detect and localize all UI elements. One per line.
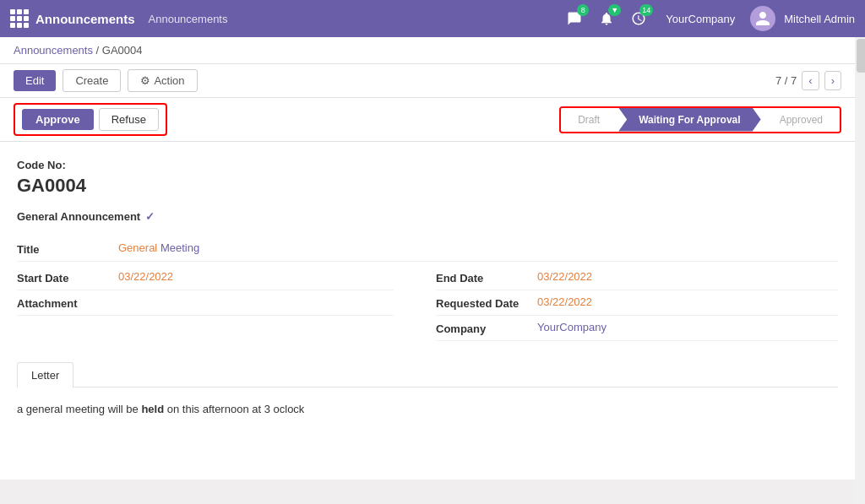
pagination-count: 7 / 7 — [775, 74, 797, 87]
form-left: Start Date 03/22/2022 Attachment — [17, 265, 427, 341]
announcement-type: General Announcement ✓ — [17, 210, 838, 223]
company-name: YourCompany — [666, 13, 735, 25]
create-button[interactable]: Create — [63, 69, 121, 92]
workflow-step-waiting[interactable]: Waiting For Approval — [618, 108, 760, 132]
requested-date-row: Requested Date 03/22/2022 — [436, 290, 838, 316]
type-label: General Announcement — [17, 210, 140, 223]
letter-content: a general meeting will be held on this a… — [17, 387, 838, 432]
breadcrumb: Announcements / GA0004 — [0, 37, 855, 64]
next-page-button[interactable]: › — [824, 71, 841, 90]
check-icon: ✓ — [145, 210, 155, 223]
code-value: GA0004 — [17, 175, 838, 197]
breadcrumb-parent[interactable]: Announcements — [14, 44, 93, 57]
attachment-label: Attachment — [17, 295, 118, 310]
start-date-row: Start Date 03/22/2022 — [17, 265, 394, 290]
workflow-approved-label: Approved — [780, 114, 823, 126]
letter-text-after: on this afternoon at 3 oclock — [164, 403, 304, 415]
title-text1: General — [118, 241, 157, 254]
scrollbar-thumb[interactable] — [857, 39, 865, 73]
gear-icon: ⚙ — [140, 74, 150, 87]
main-content: Code No: GA0004 General Announcement ✓ T… — [0, 142, 855, 480]
form-right: End Date 03/22/2022 Requested Date 03/22… — [427, 265, 838, 341]
content-area: Announcements / GA0004 Edit Create ⚙ Act… — [0, 37, 855, 504]
workflow-waiting-label: Waiting For Approval — [639, 114, 740, 126]
user-name: Mitchell Admin — [784, 13, 855, 25]
requested-date-value: 03/22/2022 — [537, 295, 592, 308]
title-text2[interactable]: Meeting — [160, 241, 199, 254]
status-bar: Approve Refuse Draft Waiting For Approva… — [0, 98, 855, 142]
action-group: Approve Refuse — [14, 103, 167, 136]
nav-menu-announcements[interactable]: Announcements — [149, 13, 228, 25]
requested-date-label: Requested Date — [436, 295, 537, 310]
tab-letter[interactable]: Letter — [17, 362, 73, 387]
breadcrumb-separator: / — [96, 44, 102, 57]
workflow-step-draft[interactable]: Draft — [561, 108, 618, 132]
tabs-bar: Letter — [17, 361, 838, 387]
refuse-button[interactable]: Refuse — [99, 108, 159, 131]
top-navigation: Announcements Announcements 8 ▼ 14 YourC… — [0, 0, 865, 37]
notifications-badge: ▼ — [608, 4, 621, 16]
edit-button[interactable]: Edit — [14, 70, 56, 91]
clock-badge: 14 — [639, 4, 653, 16]
end-date-row: End Date 03/22/2022 — [436, 265, 838, 290]
topnav-icons: 8 ▼ 14 YourCompany Mitchell Admin — [563, 6, 855, 31]
company-label: Company — [436, 321, 537, 335]
messages-badge: 8 — [577, 4, 589, 16]
avatar[interactable] — [750, 6, 775, 31]
scrollbar[interactable] — [855, 37, 865, 504]
end-date-value: 03/22/2022 — [537, 270, 592, 283]
messages-button[interactable]: 8 — [563, 7, 586, 30]
pagination: 7 / 7 ‹ › — [775, 71, 841, 90]
title-value: General Meeting — [118, 241, 199, 254]
action-label: Action — [154, 74, 184, 87]
letter-text-before: a general meeting will be — [17, 403, 141, 415]
prev-page-button[interactable]: ‹ — [802, 71, 819, 90]
notifications-button[interactable]: ▼ — [595, 7, 618, 30]
app-logo[interactable]: Announcements — [10, 9, 135, 28]
company-row: Company YourCompany — [436, 316, 838, 341]
tab-letter-label: Letter — [31, 369, 59, 382]
breadcrumb-current: GA0004 — [102, 44, 143, 57]
company-value[interactable]: YourCompany — [537, 321, 607, 333]
action-button[interactable]: ⚙ Action — [128, 69, 197, 92]
clock-button[interactable]: 14 — [627, 7, 650, 30]
approve-button[interactable]: Approve — [22, 109, 94, 130]
form-fields: Start Date 03/22/2022 Attachment End Dat… — [17, 265, 838, 341]
title-row: Title General Meeting — [17, 236, 838, 262]
attachment-row: Attachment — [17, 290, 394, 316]
grid-icon — [10, 9, 29, 28]
title-label: Title — [17, 241, 118, 256]
end-date-label: End Date — [436, 270, 537, 285]
workflow-draft-label: Draft — [578, 114, 600, 126]
code-label: Code No: — [17, 159, 838, 171]
workflow-step-approved[interactable]: Approved — [761, 108, 840, 132]
toolbar: Edit Create ⚙ Action 7 / 7 ‹ › — [0, 64, 855, 98]
workflow-status: Draft Waiting For Approval Approved — [559, 106, 841, 133]
app-name: Announcements — [35, 12, 135, 26]
start-date-label: Start Date — [17, 270, 118, 285]
letter-bold: held — [141, 403, 164, 415]
start-date-value: 03/22/2022 — [118, 270, 173, 283]
